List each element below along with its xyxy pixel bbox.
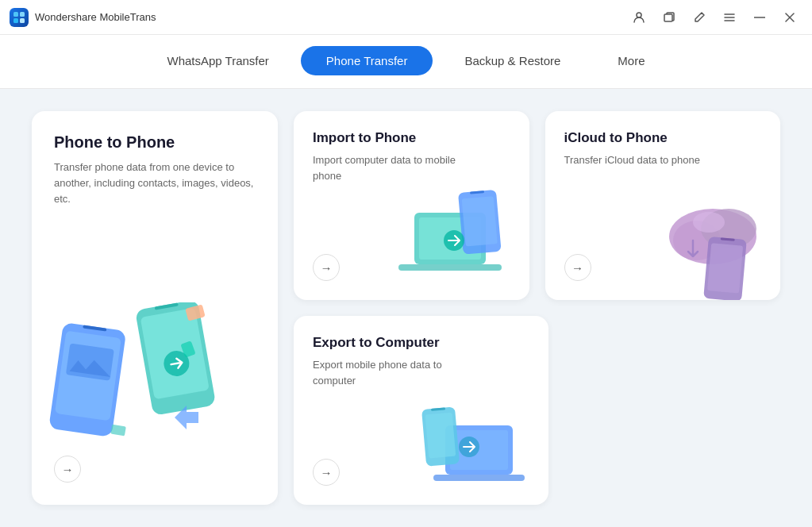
- card-phone-to-phone: Phone to Phone Transfer phone data from …: [32, 111, 278, 505]
- phone-to-phone-desc: Transfer phone data from one device to a…: [54, 160, 256, 207]
- export-to-computer-title: Export to Computer: [313, 335, 529, 351]
- app-title: Wondershare MobileTrans: [35, 11, 156, 23]
- svg-point-34: [693, 212, 725, 233]
- export-illustration: [410, 394, 548, 505]
- tab-more[interactable]: More: [592, 46, 670, 75]
- icloud-to-phone-arrow[interactable]: →: [564, 254, 591, 281]
- export-to-computer-arrow[interactable]: →: [313, 459, 340, 486]
- right-column: Import to Phone Import computer data to …: [294, 111, 780, 505]
- minimize-button[interactable]: [747, 6, 772, 29]
- empty-spacer: [564, 316, 781, 505]
- icloud-illustration: [641, 189, 780, 300]
- svg-rect-39: [450, 430, 508, 470]
- icloud-to-phone-desc: Transfer iCloud data to phone: [564, 152, 723, 168]
- svg-rect-40: [433, 475, 525, 481]
- tab-whatsapp-transfer[interactable]: WhatsApp Transfer: [141, 46, 294, 75]
- window-controls: [626, 6, 802, 29]
- svg-rect-42: [425, 413, 456, 459]
- tab-backup-restore[interactable]: Backup & Restore: [439, 46, 586, 75]
- svg-rect-0: [13, 12, 18, 17]
- window-button[interactable]: [656, 6, 682, 29]
- app-logo: [10, 8, 29, 27]
- import-to-phone-desc: Import computer data to mobile phone: [313, 152, 471, 183]
- svg-rect-2: [13, 18, 18, 23]
- phone-to-phone-title: Phone to Phone: [54, 133, 256, 152]
- import-illustration: [391, 189, 529, 300]
- top-row: Import to Phone Import computer data to …: [294, 111, 780, 300]
- card-export-to-computer: Export to Computer Export mobile phone d…: [294, 316, 548, 505]
- bottom-row: Export to Computer Export mobile phone d…: [294, 316, 780, 505]
- import-to-phone-arrow[interactable]: →: [313, 254, 340, 281]
- import-to-phone-title: Import to Phone: [313, 130, 510, 146]
- svg-rect-5: [664, 14, 672, 21]
- close-button[interactable]: [777, 6, 802, 29]
- navigation: WhatsApp Transfer Phone Transfer Backup …: [0, 35, 812, 89]
- svg-rect-28: [461, 196, 497, 246]
- titlebar: Wondershare MobileTrans: [0, 0, 812, 35]
- menu-button[interactable]: [717, 6, 742, 29]
- profile-button[interactable]: [626, 6, 652, 29]
- svg-rect-22: [110, 425, 126, 437]
- svg-rect-36: [707, 243, 743, 293]
- tab-phone-transfer[interactable]: Phone Transfer: [301, 46, 433, 75]
- svg-rect-3: [20, 18, 25, 23]
- card-import-to-phone: Import to Phone Import computer data to …: [294, 111, 529, 300]
- card-icloud-to-phone: iCloud to Phone Transfer iCloud data to …: [545, 111, 781, 300]
- phone-to-phone-arrow[interactable]: →: [54, 456, 81, 483]
- icloud-to-phone-title: iCloud to Phone: [564, 130, 762, 146]
- phone-to-phone-illustration: [48, 302, 254, 461]
- export-to-computer-desc: Export mobile phone data to computer: [313, 357, 471, 388]
- edit-button[interactable]: [687, 6, 712, 29]
- svg-point-4: [637, 13, 641, 17]
- svg-rect-1: [20, 12, 25, 17]
- main-content: Phone to Phone Transfer phone data from …: [0, 89, 812, 527]
- svg-rect-26: [398, 264, 502, 271]
